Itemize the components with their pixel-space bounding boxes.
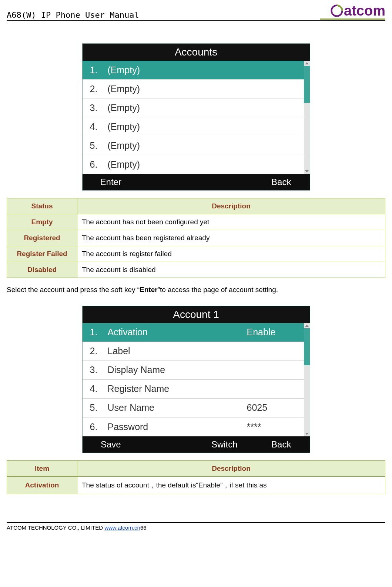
screen-title: Accounts (83, 44, 310, 61)
table-row: Register FailedThe account is register f… (7, 246, 385, 262)
row-number: 6. (83, 159, 108, 170)
table-head-status: Status (7, 198, 77, 214)
row-label: Activation (108, 327, 247, 338)
list-item[interactable]: 1.ActivationEnable (83, 323, 310, 342)
page-number: 66 (140, 524, 147, 531)
row-label: Label (108, 346, 247, 356)
list-item[interactable]: 4.Register Name (83, 380, 310, 399)
row-name: Empty (7, 214, 77, 230)
table-row: ActivationThe status of account，the defa… (7, 476, 385, 494)
empty-softkey (196, 174, 253, 190)
row-number: 4. (83, 121, 108, 132)
row-description: The account has been registered already (77, 230, 385, 246)
row-number: 6. (83, 422, 108, 432)
page-header: A68(W) IP Phone User Manual atcom (7, 4, 385, 21)
status-table: Status Description EmptyThe account has … (7, 198, 385, 278)
row-value: **** (247, 422, 310, 432)
instruction-text: Select the account and press the soft ke… (7, 285, 385, 295)
table-head-item: Item (7, 460, 77, 476)
list-item[interactable]: 5.(Empty) (83, 136, 310, 155)
row-name: Disabled (7, 262, 77, 278)
list-item[interactable]: 3.Display Name (83, 361, 310, 380)
screen-title: Account 1 (83, 306, 310, 323)
logo: atcom (320, 4, 385, 20)
scroll-down-icon[interactable] (304, 431, 310, 436)
footer-link[interactable]: www.atcom.cn (104, 524, 140, 531)
row-value: 6025 (247, 402, 310, 413)
table-row: RegisteredThe account has been registere… (7, 230, 385, 246)
empty-softkey (139, 174, 196, 190)
scroll-down-icon[interactable] (304, 169, 310, 174)
doc-title: A68(W) IP Phone User Manual (7, 10, 139, 20)
scroll-thumb[interactable] (304, 66, 310, 103)
row-name: Activation (7, 476, 77, 494)
row-description: The account has not been configured yet (77, 214, 385, 230)
row-label: User Name (108, 402, 247, 413)
row-label: (Empty) (108, 103, 247, 113)
list-item[interactable]: 3.(Empty) (83, 98, 310, 117)
row-label: Register Name (108, 383, 247, 394)
list-item[interactable]: 6.(Empty) (83, 155, 310, 174)
page-footer: ATCOM TECHNOLOGY CO., LIMITED www.atcom.… (7, 520, 385, 531)
softkey-bar: EnterBack (83, 174, 310, 190)
row-label: Display Name (108, 365, 247, 375)
empty-softkey (139, 436, 196, 453)
accounts-screen: Accounts 1.(Empty)2.(Empty)3.(Empty)4.(E… (82, 43, 310, 191)
save-softkey[interactable]: Save (83, 436, 140, 453)
row-name: Registered (7, 230, 77, 246)
back-softkey[interactable]: Back (253, 174, 310, 190)
table-row: EmptyThe account has not been configured… (7, 214, 385, 230)
row-number: 2. (83, 84, 108, 94)
item-table: Item Description ActivationThe status of… (7, 460, 385, 494)
account1-screen: Account 1 1.ActivationEnable2.Label3.Dis… (82, 306, 310, 453)
row-label: (Empty) (108, 140, 247, 151)
row-label: (Empty) (108, 84, 247, 94)
row-value: Enable (247, 327, 310, 338)
row-description: The account is disabled (77, 262, 385, 278)
list-item[interactable]: 6.Password**** (83, 417, 310, 436)
scroll-up-icon[interactable] (304, 61, 310, 66)
table-row: DisabledThe account is disabled (7, 262, 385, 278)
enter-softkey[interactable]: Enter (83, 174, 140, 190)
back-softkey[interactable]: Back (253, 436, 310, 453)
list-item[interactable]: 2.Label (83, 342, 310, 361)
row-label: (Empty) (108, 159, 247, 170)
scroll-thumb[interactable] (304, 328, 310, 365)
table-head-description: Description (77, 460, 385, 476)
row-description: The status of account，the default is“Ena… (77, 476, 385, 494)
row-label: (Empty) (108, 121, 247, 132)
softkey-bar: SaveSwitchBack (83, 436, 310, 453)
row-name: Register Failed (7, 246, 77, 262)
row-number: 5. (83, 402, 108, 413)
row-number: 3. (83, 365, 108, 375)
list-item[interactable]: 2.(Empty) (83, 80, 310, 98)
list-item[interactable]: 5.User Name6025 (83, 399, 310, 417)
row-number: 2. (83, 346, 108, 356)
company-name: ATCOM TECHNOLOGY CO., LIMITED (7, 524, 104, 531)
row-number: 1. (83, 327, 108, 338)
row-number: 1. (83, 65, 108, 76)
row-number: 3. (83, 103, 108, 113)
row-label: (Empty) (108, 65, 247, 76)
logo-text: atcom (344, 4, 385, 18)
atcom-logo-icon (331, 4, 343, 17)
row-number: 5. (83, 140, 108, 151)
logo-underline (320, 19, 385, 20)
list-item[interactable]: 4.(Empty) (83, 117, 310, 136)
switch-softkey[interactable]: Switch (196, 436, 253, 453)
row-number: 4. (83, 383, 108, 394)
scrollbar[interactable] (304, 61, 310, 174)
scrollbar[interactable] (304, 323, 310, 436)
row-description: The account is register failed (77, 246, 385, 262)
list-item[interactable]: 1.(Empty) (83, 61, 310, 80)
row-label: Password (108, 422, 247, 432)
table-head-description: Description (77, 198, 385, 214)
scroll-up-icon[interactable] (304, 323, 310, 328)
